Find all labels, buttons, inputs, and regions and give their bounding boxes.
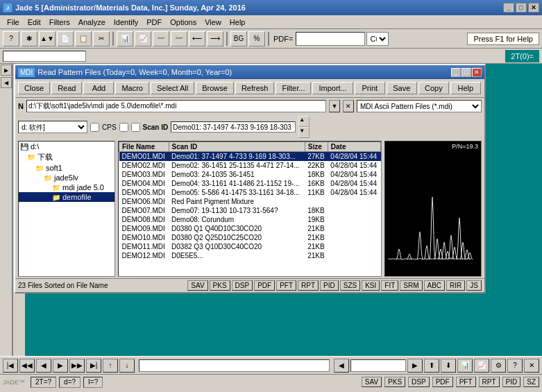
toolbar-btn-1[interactable]: ?	[3, 31, 19, 46]
nav-prev[interactable]: ◀	[36, 359, 51, 373]
nav-prev2[interactable]: ◀◀	[19, 359, 35, 373]
filter-select[interactable]: MDI Ascii Pattern Files (*.mdi)	[357, 100, 482, 112]
tab-pdf[interactable]: PDF	[254, 280, 275, 291]
table-row[interactable]: DEMO08.MDIDemo08: Corundum19KB	[119, 215, 381, 224]
menu-edit[interactable]: Edit	[24, 17, 45, 28]
close-btn[interactable]: Close	[18, 82, 50, 94]
toolbar-btn-6[interactable]: ✂	[93, 31, 110, 46]
tab-js[interactable]: JS	[466, 280, 482, 291]
scan-id-input[interactable]	[171, 121, 296, 133]
table-row[interactable]: DEMO04.MDIDemo04: 33-1161 41-1486 21-115…	[119, 179, 381, 188]
menu-filters[interactable]: Filters	[45, 17, 74, 28]
tree-item-soft1[interactable]: 📁soft1	[19, 163, 115, 173]
help-btn[interactable]: Help	[450, 82, 481, 94]
table-row[interactable]: DEMO09.MDID0380 Q1 Q40D10C30CO2021KB	[119, 224, 381, 233]
extra-btn-4[interactable]: 📈	[474, 359, 489, 373]
nav-scroll-left[interactable]: ◀	[334, 359, 349, 373]
close-button[interactable]: ✕	[528, 3, 539, 12]
table-row[interactable]: DEMO02.MDIDemo02: 36-1451 25-1135 4-471 …	[119, 161, 381, 170]
drive-select[interactable]: d: 软件]	[18, 121, 87, 133]
toolbar-btn-3[interactable]: ▲▼	[39, 31, 56, 46]
toolbar-btn-8[interactable]: 📈	[135, 31, 151, 46]
menu-options[interactable]: Options	[166, 17, 201, 28]
select-all-btn[interactable]: Select All	[151, 82, 194, 94]
maximize-button[interactable]: □	[516, 3, 527, 12]
toolbar-btn-14[interactable]: %	[248, 31, 265, 46]
checkbox2[interactable]	[119, 123, 128, 132]
extra-btn-3[interactable]: 📊	[457, 359, 473, 373]
extra-btn-6[interactable]: ?	[507, 359, 523, 373]
copy-btn[interactable]: Copy	[418, 82, 449, 94]
toolbar-btn-4[interactable]: 📄	[57, 31, 74, 46]
status-tab-pid[interactable]: PID	[502, 377, 521, 387]
tree-item-download[interactable]: 📁下载	[19, 151, 115, 163]
tab-pid[interactable]: PID	[320, 280, 339, 291]
folder-tree[interactable]: 💾d:\ 📁下载 📁soft1 📁jade5lv 📁mdi jade 5.0 📁…	[18, 141, 115, 277]
nav-scroll-right[interactable]: ▶	[407, 359, 423, 373]
nav-down[interactable]: ↓	[119, 359, 135, 373]
nav-up[interactable]: ↑	[103, 359, 118, 373]
menu-file[interactable]: File	[3, 17, 24, 28]
status-tab-dsp[interactable]: DSP	[408, 377, 430, 387]
path-input[interactable]	[26, 100, 326, 112]
dialog-maximize[interactable]: □	[461, 68, 471, 77]
menu-identify[interactable]: Identify	[110, 17, 142, 28]
cps-checkbox[interactable]	[90, 123, 99, 132]
table-row[interactable]: DEMO12.MDID0E5E5...21KB	[119, 251, 381, 260]
left-sidebar-btn-1[interactable]: ▶	[1, 65, 12, 76]
tree-item-jade5lv[interactable]: 📁jade5lv	[19, 173, 115, 182]
toolbar-btn-11[interactable]: ⟵	[189, 31, 205, 46]
spin-up[interactable]: ▲	[298, 116, 310, 127]
toolbar-btn-10[interactable]: 〰	[171, 31, 187, 46]
tab-ksi[interactable]: KSI	[362, 280, 380, 291]
toolbar-btn-7[interactable]: 📊	[117, 31, 133, 46]
table-row[interactable]: DEMO05.MDIDemo05: 5-586 41-1475 33-1161 …	[119, 188, 381, 197]
table-row[interactable]: DEMO10.MDID0380 Q2 Q25D10C25CO2021KB	[119, 233, 381, 242]
nav-start[interactable]: |◀	[3, 359, 18, 373]
table-row[interactable]: DEMO06.MDIRed Paint Pigment Mixture	[119, 197, 381, 206]
menu-pdf[interactable]: PDF	[142, 17, 166, 28]
table-row[interactable]: DEMO11.MDID0382 Q3 Q10D30C40CO2021KB	[119, 242, 381, 251]
menu-view[interactable]: View	[201, 17, 226, 28]
nav-end[interactable]: ▶|	[86, 359, 101, 373]
dialog-close[interactable]: ✕	[472, 68, 482, 77]
tab-sav[interactable]: SAV	[187, 280, 208, 291]
path-close[interactable]: ✕	[343, 100, 354, 112]
add-btn[interactable]: Add	[83, 82, 114, 94]
spin-down[interactable]: ▼	[298, 127, 310, 138]
status-tab-sav[interactable]: SAV	[362, 377, 382, 387]
refresh-btn[interactable]: Refresh	[235, 82, 275, 94]
left-sidebar-btn-2[interactable]: ◀	[1, 77, 12, 88]
status-input[interactable]	[3, 51, 86, 62]
tab-pft[interactable]: PFT	[276, 280, 296, 291]
table-row[interactable]: DEMO01.MDIDemo01: 37-1497 4-733 9-169 18…	[119, 152, 381, 162]
status-tab-pdf[interactable]: PDF	[432, 377, 453, 387]
tab-abc[interactable]: ABC	[424, 280, 446, 291]
minimize-button[interactable]: _	[503, 3, 514, 12]
file-table[interactable]: File Name Scan ID Size Date DEMO01.MDIDe…	[118, 141, 382, 277]
tab-rpt[interactable]: RPT	[298, 280, 319, 291]
menu-analyze[interactable]: Analyze	[74, 17, 110, 28]
extra-btn-2[interactable]: ⬇	[441, 359, 456, 373]
tab-dsp[interactable]: DSP	[232, 280, 253, 291]
table-row[interactable]: DEMO03.MDIDemo03: 24-1035 36-145118KB04/…	[119, 170, 381, 179]
toolbar-btn-2[interactable]: ✱	[21, 31, 37, 46]
table-row[interactable]: DEMO07.MDIDemo07: 19-1130 10-173 31-564?…	[119, 206, 381, 215]
status-tab-sz[interactable]: SZ	[523, 377, 539, 387]
dialog-minimize[interactable]: _	[451, 68, 461, 77]
browse-btn[interactable]: Browse	[196, 82, 234, 94]
status-tab-rpt[interactable]: RPT	[479, 377, 500, 387]
tab-fit[interactable]: FIT	[381, 280, 398, 291]
import-btn[interactable]: Import...	[312, 82, 353, 94]
tree-item-mdi[interactable]: 📁mdi jade 5.0	[19, 182, 115, 192]
cu-select[interactable]: Cu	[366, 32, 389, 46]
tab-pks[interactable]: PKS	[210, 280, 230, 291]
print-btn[interactable]: Print	[355, 82, 385, 94]
read-btn[interactable]: Read	[51, 82, 82, 94]
tab-szs[interactable]: SZS	[340, 280, 360, 291]
tree-item-drive[interactable]: 💾d:\	[19, 142, 115, 151]
status-tab-pks[interactable]: PKS	[384, 377, 405, 387]
pdf-input[interactable]	[296, 32, 365, 46]
filter-btn[interactable]: Filter...	[276, 82, 311, 94]
toolbar-btn-5[interactable]: 📋	[75, 31, 92, 46]
